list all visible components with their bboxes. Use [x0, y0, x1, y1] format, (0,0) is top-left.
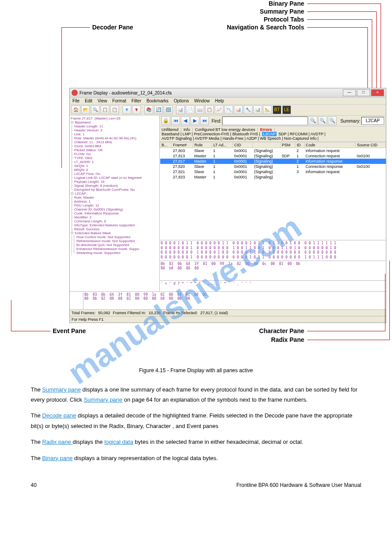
decoder-row: │├ Flow Control mode: Not Supported [71, 235, 158, 239]
close-button[interactable]: × [371, 89, 384, 96]
menu-item[interactable]: Edit [85, 98, 92, 103]
prev-button[interactable]: ◀ [181, 116, 190, 125]
toolbar-button[interactable]: 📚 [144, 105, 153, 114]
search-prev-icon[interactable]: 🔍 [318, 116, 327, 125]
app-window: Frame Display - audiowebinar_12_04_2014.… [69, 88, 386, 323]
search-icon[interactable]: 🔍 [309, 116, 317, 125]
event-preview [70, 292, 83, 309]
toolbar-button[interactable]: 📄 [186, 105, 194, 114]
tab[interactable]: AVDTP Signaling | AVDTP Media | Hands-Fr… [162, 136, 319, 141]
radix-pane[interactable]: 0b 03 0b 64 3f 01 00 99 1a 02 00 84 0c 0… [160, 261, 386, 280]
tab[interactable]: SDP | RFCOMM | AVDTP | [278, 132, 325, 136]
menu-item[interactable]: File [72, 98, 79, 103]
figure-caption: Figure 4.15 - Frame Display with all pan… [31, 366, 361, 376]
toolbar-button[interactable]: LE [282, 105, 291, 114]
decoder-row: ├ Signal Strength: 8 (medium) [71, 184, 158, 188]
link-summary-pane[interactable]: Summary pane [42, 386, 81, 393]
menu-item[interactable]: Filter [132, 98, 141, 103]
toolbar-button[interactable]: 📊 [176, 105, 185, 114]
table-row[interactable]: 27,817Master10x0001(Signaling)2Informati… [160, 159, 386, 164]
decoder-row: │└ Streaming mode: Supported [71, 251, 158, 255]
toolbar-button[interactable]: 🔍 [91, 105, 100, 114]
toolbar-button[interactable]: 📂 [81, 105, 90, 114]
toolbar-button[interactable]: 🔢 [164, 105, 173, 114]
para-binary: The Binary pane displays a binary repres… [31, 453, 361, 463]
table-row[interactable]: 27,803Slave10x0001(Signaling)2Informatio… [160, 148, 386, 154]
menu-item[interactable]: Window [194, 98, 210, 103]
next-button[interactable]: ▶ [191, 116, 199, 125]
decoder-row: │├ Enhanced Retransmission mode: Suppo [71, 247, 158, 251]
decoder-row: ⊟ Extended feature Mask [71, 231, 158, 235]
character-pane[interactable]: ' × ' d ? ™ ' ™ ™ " ' „ ... ' ™ ' ' ¸ ' … [160, 280, 386, 291]
summary-pane[interactable]: B...Frame# RoleLT Ad... CID PSMID CodeSo… [160, 142, 386, 240]
label-nav-search: Navigation & Search Tools [227, 24, 304, 31]
toolbar-button[interactable]: 📋 [205, 105, 214, 114]
lock-icon[interactable]: 🔒 [162, 116, 170, 125]
tab[interactable]: Unfiltered [162, 127, 179, 132]
decoder-row: ├ Address: 1 [71, 200, 158, 203]
decoder-pane[interactable]: Frame 27,817: (Master) Len=28 ⊟ Baseband… [70, 116, 160, 291]
minimize-button[interactable]: — [343, 89, 356, 96]
toolbar-button[interactable]: 📋 [110, 105, 119, 114]
toolbar-button[interactable]: 📉 [224, 105, 233, 114]
toolbar-button[interactable]: 📐 [263, 105, 272, 114]
footer-text: Frontline BPA 600 Hardware & Software Us… [236, 481, 361, 490]
link-summary-pane[interactable]: Summary pane [84, 396, 122, 403]
last-button[interactable]: ⏭ [200, 116, 209, 125]
link-logical-data[interactable]: logical data [104, 439, 133, 445]
tab[interactable]: Configured BT low energy devices [195, 127, 255, 132]
tab[interactable]: Info [183, 127, 190, 132]
decoder-row: ├ InfoType: Extended features supported [71, 223, 158, 227]
toolbar-button[interactable]: 🔄 [154, 105, 163, 114]
maximize-button[interactable]: □ [357, 89, 370, 96]
document-body: Figure 4.15 - Frame Display with all pan… [0, 349, 392, 517]
decoder-row: ├ Channel ID: 0x0001 (Signaling) [71, 207, 158, 211]
tab[interactable]: Baseband | LMP | PreConnection-FHS | Blu… [162, 132, 261, 136]
toolbar-button[interactable]: ▼ [122, 105, 131, 114]
decoder-row: │├ Bi-directional QoS: Not Supported [71, 243, 158, 247]
toolbar-button[interactable]: BT [273, 105, 281, 114]
decoder-row: ├ Channel: 11 - 2413 MHz [71, 140, 158, 144]
decoder-row: ├ Result: Success [71, 227, 158, 231]
menu-item[interactable]: Format [112, 98, 126, 103]
toolbar-button[interactable]: 🔧 [244, 105, 252, 114]
toolbar-button[interactable]: ▼ [132, 105, 141, 114]
decoder-row: ├ ARQN: 0 [71, 168, 158, 172]
table-row[interactable]: 27,821Slave10x0001(Signaling)3Informatio… [160, 169, 386, 174]
decoder-row: ├ SEQN: 1 [71, 164, 158, 168]
summary-value[interactable]: L2CAP [361, 117, 384, 125]
label-character-pane: Character Pane [259, 327, 304, 334]
menu-item[interactable]: Help [215, 98, 224, 103]
toolbar-button[interactable]: 📋 [101, 105, 109, 114]
tab-active[interactable]: L2CAP [262, 132, 277, 136]
binary-pane[interactable]: 0 0 0 0 1 0 1 1 0 0 0 0 0 0 1 1 0 0 0 0 … [160, 240, 386, 261]
toolbar-button[interactable]: 🏠 [72, 105, 80, 114]
decoder-row: ⊟ L2CAP: [71, 192, 158, 196]
table-row[interactable]: 27,823Master10x0001(Signaling) [160, 174, 386, 180]
event-pane[interactable]: 0b 03 0b 64 3f 01 00 99 1a 02 00 84 0c 0… [70, 291, 386, 309]
tab-errors[interactable]: Errors [260, 127, 272, 132]
label-event-pane: Event Pane [53, 327, 86, 334]
para-radix: The Radix pane displays the logical data… [31, 437, 361, 447]
toolbar-button[interactable]: 📊 [253, 105, 262, 114]
table-row[interactable]: 27,813Master10x0001(Signaling)SDP1Connec… [160, 153, 386, 159]
menu-item[interactable]: View [97, 98, 107, 103]
decoder-row: ⊟ Baseband: [71, 120, 158, 124]
find-label: Find: [212, 119, 221, 123]
app-icon [72, 90, 78, 96]
decoder-row: ├ Clock: 0x0013f64 [71, 144, 158, 148]
first-button[interactable]: ⏮ [171, 116, 180, 125]
event-hex: 0b 03 0b 64 3f 01 00 99 1a 02 00 84 0c 0… [83, 292, 386, 309]
toolbar-button[interactable]: 📖 [195, 105, 204, 114]
decoder-row: ├ Packet Status: OK [71, 148, 158, 152]
link-radix-pane[interactable]: Radix pane [42, 439, 72, 445]
search-next-icon[interactable]: 🔍 [328, 116, 337, 125]
menu-item[interactable]: Bookmarks [147, 98, 169, 103]
toolbar-button[interactable]: 📈 [215, 105, 223, 114]
menu-item[interactable]: Options [174, 98, 189, 103]
link-decode-pane[interactable]: Decode pane [42, 412, 76, 419]
table-row[interactable]: 27,820Slave10x0001(Signaling)1Connection… [160, 164, 386, 169]
link-binary-pane[interactable]: Binary pane [42, 455, 72, 461]
toolbar-button[interactable]: 📊 [234, 105, 243, 114]
find-input[interactable] [222, 116, 308, 125]
